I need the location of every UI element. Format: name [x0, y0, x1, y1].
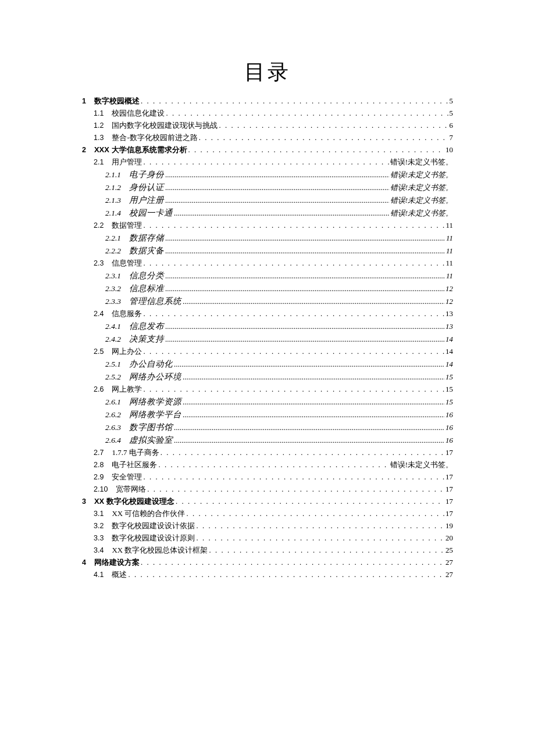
toc-entry[interactable]: 2.4.2决策支持14	[105, 335, 453, 343]
toc-entry[interactable]: 2.5.2网络办公环境15	[105, 372, 453, 381]
toc-leader-dots	[183, 373, 444, 381]
toc-entry-page: 19	[445, 522, 453, 529]
toc-entry[interactable]: 3.1XX 可信赖的合作伙伴17	[94, 510, 453, 518]
toc-entry-number: 4	[82, 559, 86, 567]
page-title: 目录	[82, 58, 453, 87]
toc-entry[interactable]: 2.6.2网络教学平台16	[105, 410, 453, 419]
toc-entry[interactable]: 2.71.7.7 电子商务17	[94, 449, 453, 457]
toc-entry[interactable]: 2.6.3数字图书馆16	[105, 423, 453, 432]
toc-entry-label: 宽带网络	[116, 485, 146, 493]
toc-entry-number: 2.4.1	[105, 323, 121, 331]
toc-entry[interactable]: 2.2数据管理11	[94, 221, 453, 230]
toc-entry[interactable]: 2.1.1电子身份错误!未定义书签。	[105, 170, 453, 179]
toc-entry[interactable]: 2.3.2信息标准12	[105, 284, 453, 293]
toc-entry[interactable]: 2.1用户管理错误!未定义书签。	[94, 158, 453, 166]
toc-entry[interactable]: 2.1.3用户注册错误!未定义书签。	[105, 196, 453, 205]
toc-entry[interactable]: 2.1.4校园一卡通错误!未定义书签。	[105, 209, 453, 217]
toc-leader-dots	[196, 534, 444, 542]
toc-leader-dots	[183, 411, 444, 418]
toc-entry-label: 校园一卡通	[129, 209, 173, 217]
toc-entry-number: 3.1	[94, 510, 104, 518]
toc-entry[interactable]: 2.8电子社区服务错误!未定义书签。	[94, 461, 453, 469]
toc-entry-error: 错误!未定义书签。	[390, 158, 453, 166]
toc-entry-number: 2.6.4	[105, 436, 121, 445]
toc-entry-label: 身份认证	[129, 183, 164, 192]
toc-entry-label: 数字化校园建设设计依据	[112, 522, 195, 529]
toc-entry[interactable]: 2.4.1信息发布13	[105, 322, 453, 331]
toc-entry-label: 信息分类	[129, 271, 164, 280]
toc-entry-number: 2.3	[94, 260, 104, 267]
toc-entry[interactable]: 2.6.1网络教学资源15	[105, 397, 453, 406]
toc-entry-page: 11	[445, 259, 453, 267]
toc-entry[interactable]: 4.1概述27	[94, 571, 453, 579]
toc-entry[interactable]: 3.2数字化校园建设设计依据19	[94, 522, 453, 530]
toc-entry-number: 4.1	[94, 571, 104, 579]
toc-entry-page: 7	[450, 134, 454, 141]
toc-entry[interactable]: 3.4XX 数字化校园总体设计框架25	[94, 546, 453, 554]
toc-entry[interactable]: 2.2.2数据灾备11	[105, 246, 453, 255]
toc-leader-dots	[147, 485, 444, 493]
toc-entry-page: 15	[445, 373, 453, 381]
toc-entry-label: 整合-数字化校园前进之路	[112, 134, 197, 141]
toc-leader-dots	[219, 121, 448, 129]
toc-entry-label: 网上办公	[112, 347, 142, 355]
toc-entry[interactable]: 2.5.1办公自动化14	[105, 360, 453, 368]
toc-entry[interactable]: 2.4信息服务13	[94, 310, 453, 318]
toc-entry-number: 3.3	[94, 535, 104, 542]
toc-entry-number: 2.1.2	[105, 184, 121, 192]
toc-leader-dots	[143, 259, 444, 267]
toc-entry-label: 安全管理	[112, 473, 142, 481]
toc-entry[interactable]: 2.9安全管理17	[94, 473, 453, 481]
toc-entry-page: 20	[445, 534, 453, 542]
toc-entry-label: 数据管理	[112, 221, 142, 229]
toc-entry[interactable]: 2.5网上办公14	[94, 347, 453, 356]
toc-entry-number: 2	[82, 146, 86, 154]
toc-entry[interactable]: 2.10宽带网络17	[94, 485, 453, 493]
toc-entry[interactable]: 4网络建设方案27	[82, 558, 453, 567]
toc-entry[interactable]: 1.2国内数字化校园建设现状与挑战6	[94, 121, 453, 130]
toc-entry[interactable]: 2.3.1信息分类11	[105, 271, 453, 280]
toc-entry-number: 2.2.2	[105, 247, 121, 255]
toc-entry[interactable]: 1数字校园概述5	[82, 97, 453, 105]
toc-entry-number: 1	[82, 98, 86, 105]
toc-entry[interactable]: 2.6网上教学15	[94, 385, 453, 393]
toc-leader-dots	[165, 272, 445, 280]
toc-entry-page: 10	[445, 146, 453, 153]
toc-entry-label: 网络建设方案	[94, 558, 140, 566]
toc-entry[interactable]: 3XX 数字化校园建设理念17	[82, 497, 453, 506]
toc-entry[interactable]: 2.3.3管理信息系统12	[105, 297, 453, 306]
toc-leader-dots	[165, 323, 444, 330]
toc-entry-page: 16	[445, 411, 453, 418]
toc-entry-label: 电子社区服务	[112, 461, 157, 468]
toc-entry-label: 数字校园概述	[94, 97, 140, 105]
toc-entry-page: 13	[445, 310, 453, 317]
toc-entry-page: 5	[450, 109, 454, 117]
toc-entry[interactable]: 2XXX 大学信息系统需求分析10	[82, 146, 453, 154]
toc-entry-error: 错误!未定义书签。	[390, 171, 453, 178]
toc-leader-dots	[165, 184, 389, 191]
toc-entry[interactable]: 3.3数字化校园建设设计原则20	[94, 534, 453, 542]
toc-entry[interactable]: 2.3信息管理11	[94, 259, 453, 267]
toc-entry-number: 2.4.2	[105, 335, 121, 343]
toc-entry[interactable]: 2.6.4虚拟实验室16	[105, 436, 453, 445]
toc-entry-label: 数据存储	[129, 234, 164, 242]
toc-entry-number: 2.7	[94, 449, 104, 457]
toc-entry-page: 6	[450, 121, 454, 129]
toc-entry[interactable]: 2.2.1数据存储11	[105, 234, 453, 242]
toc-entry[interactable]: 1.3整合-数字化校园前进之路7	[94, 134, 453, 142]
toc-entry-error: 错误!未定义书签。	[390, 461, 453, 468]
toc-entry-label: 数字化校园建设设计原则	[112, 534, 195, 542]
toc-leader-dots	[165, 335, 444, 343]
toc-entry-page: 15	[445, 398, 453, 406]
toc-leader-dots	[165, 247, 445, 255]
toc-entry-label: XX 数字化校园总体设计框架	[112, 546, 208, 554]
toc-leader-dots	[143, 347, 444, 355]
toc-entry-page: 25	[445, 546, 453, 554]
toc-entry[interactable]: 2.1.2身份认证错误!未定义书签。	[105, 183, 453, 192]
toc-entry-number: 2.4	[94, 310, 104, 318]
toc-entry-page: 27	[445, 558, 453, 566]
toc-entry-label: 办公自动化	[129, 360, 173, 368]
toc-entry[interactable]: 1.1校园信息化建设5	[94, 109, 453, 117]
toc-entry-label: 信息标准	[129, 284, 164, 293]
toc-leader-dots	[143, 158, 388, 166]
